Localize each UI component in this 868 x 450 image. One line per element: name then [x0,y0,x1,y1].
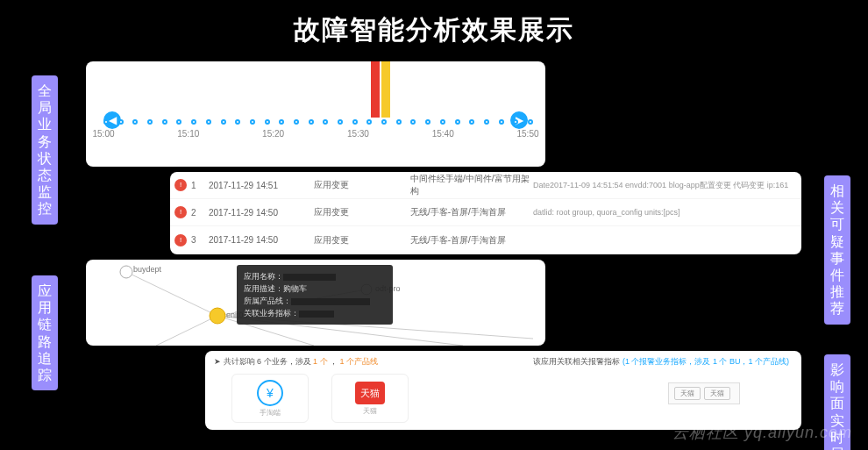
node-label-a: buydept [133,265,161,274]
label-suspect-events: 相关可疑事件推荐 [824,175,850,325]
svg-line-4 [156,316,217,346]
page-title: 故障智能分析效果展示 [0,0,868,48]
timeline-bar-yellow [381,61,390,118]
alert-icon: ! [174,234,187,246]
event-row[interactable]: !22017-11-29 14:50应用变更无线/手客-首屏/手淘首屏datli… [170,199,801,226]
timeline-tick[interactable] [469,119,474,125]
event-row[interactable]: !12017-11-29 14:51应用变更中间件经手端/中间件/富节用架构Da… [170,172,801,199]
svg-line-1 [126,272,217,316]
timeline-tick[interactable] [484,119,489,125]
timeline-tick[interactable] [440,119,445,125]
timeline-tick[interactable] [250,119,255,125]
timeline-tick[interactable] [191,119,196,125]
timeline-tick[interactable] [265,119,270,125]
panel-timeline: ◀ ▶ 15:0015:1015:2015:3015:4015:50 [86,61,545,167]
impact-right-text: 该应用关联相关报警指标 (1 个报警业务指标，涉及 1 个 BU，1 个产品线) [473,356,789,368]
timeline-tick[interactable] [132,119,138,125]
event-row[interactable]: !32017-11-29 14:50应用变更无线/手客-首屏/手淘首屏 [170,226,801,254]
timeline-tick[interactable] [235,119,240,125]
label-global-monitor: 全局业务状态监控 [32,75,58,225]
timeline-tick[interactable] [147,119,153,125]
panel-events: !12017-11-29 14:51应用变更中间件经手端/中间件/富节用架构Da… [170,172,801,254]
timeline-tick[interactable] [366,119,372,125]
timeline-bar-red [371,61,380,118]
timeline-tick[interactable] [396,119,402,125]
timeline-tick[interactable] [338,119,343,125]
timeline-tick[interactable] [381,119,387,125]
panel-topology: buydept enit02 odt-pro 应用名称： 应用描述：购物车 所属… [86,260,545,346]
yen-icon: ¥ [257,380,283,406]
timeline-label: 15:00 [92,129,114,139]
label-topology-trace: 应用链路追踪 [32,275,58,390]
timeline-tick[interactable] [425,119,430,125]
timeline-tick[interactable] [528,119,533,125]
timeline-label: 15:10 [177,129,199,139]
timeline-tick[interactable] [352,119,358,125]
timeline-tick[interactable] [103,119,109,125]
watermark: 云栖社区 yq.aliyun.com [672,422,852,443]
timeline-tick[interactable] [455,119,460,125]
node-tooltip: 应用名称： 应用描述：购物车 所属产品线： 关联业务指标： [237,265,393,325]
timeline-tick[interactable] [279,119,284,125]
alert-icon: ! [174,179,187,191]
timeline-tick[interactable] [162,119,167,125]
timeline-tick[interactable] [294,119,299,125]
tmall-icon: 天猫 [355,382,385,404]
progress-icon: ➤ [214,357,224,366]
svg-point-8 [210,308,225,324]
timeline-tick[interactable] [323,119,328,125]
timeline-label: 15:20 [262,129,284,139]
impact-card-app[interactable]: ¥ 手淘端 [231,374,309,423]
timeline-tick[interactable] [221,119,226,125]
timeline-label: 15:30 [347,129,369,139]
impact-tags: 天猫天猫 [668,382,740,404]
timeline-tick[interactable] [499,119,504,125]
timeline-label: 15:50 [516,129,538,139]
timeline-tick[interactable] [176,119,181,125]
timeline-tick[interactable] [118,119,124,125]
panel-impact: ➤ 共计影响 6 个业务，涉及 1 个 ， 1 个产品线 ¥ 手淘端 天猫 天猫… [205,351,801,430]
timeline-tick[interactable] [309,119,314,125]
timeline-tick[interactable] [206,119,211,125]
svg-point-7 [120,266,132,278]
timeline-label: 15:40 [432,129,454,139]
timeline-tick[interactable] [410,119,416,125]
impact-card-tmall[interactable]: 天猫 天猫 [331,374,409,423]
alert-icon: ! [174,206,187,218]
